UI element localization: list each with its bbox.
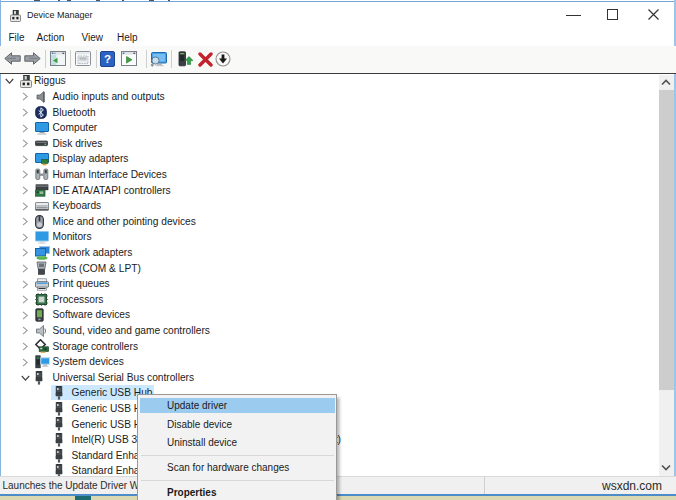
svg-text:?: ? bbox=[104, 53, 111, 65]
